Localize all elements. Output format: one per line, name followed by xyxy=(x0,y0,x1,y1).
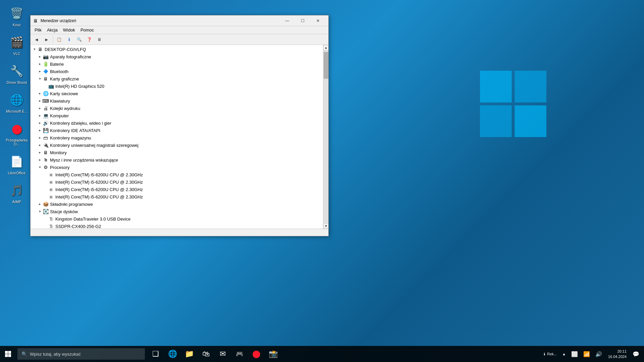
taskbar-icon-mail[interactable]: ✉ xyxy=(215,346,231,362)
taskbar-icon-store[interactable]: 🛍 xyxy=(198,346,214,362)
tree-item-stacje[interactable]: ▼ 💽 Stacje dysków xyxy=(31,208,323,215)
baterie-label: Baterie xyxy=(50,62,64,67)
tree-item-kontrolery-magazynu[interactable]: ► 🗃 Kontrolery magazynu xyxy=(31,134,323,141)
close-button[interactable]: ✕ xyxy=(310,15,326,26)
tray-notification-button[interactable]: 💬 xyxy=(631,346,641,362)
taskbar-icon-camera[interactable]: 📸 xyxy=(265,346,281,362)
tree-item-bluetooth[interactable]: ► 🔷 Bluetooth xyxy=(31,68,323,75)
properties-button[interactable]: 📋 xyxy=(54,35,64,44)
desktop-icon-area: 🗑️ Kosz 🎬 VLC 🔧 Driver Boost 🌐 Microsoft… xyxy=(0,0,34,209)
skladniki-arrow: ► xyxy=(37,201,43,207)
root-label: DESKTOP-CGIVLFQ xyxy=(45,47,86,52)
start-button[interactable] xyxy=(0,346,16,362)
maximize-button[interactable]: ☐ xyxy=(295,15,310,26)
taskbar-icon-game[interactable]: 🎮 xyxy=(231,346,248,362)
driver-boost-icon: 🔧 xyxy=(9,63,25,79)
back-button[interactable]: ◄ xyxy=(32,35,41,44)
aparaty-label: Aparaty fotograficzne xyxy=(50,54,91,59)
taskbar-search-box[interactable]: 🔍 Wpisz tutaj, aby wyszukać xyxy=(17,348,145,360)
thermometer-icon: 🌡 xyxy=(543,352,546,356)
scrollbar-track[interactable] xyxy=(323,50,328,223)
tree-item-intel-hd[interactable]: ► 📺 Intel(R) HD Graphics 520 xyxy=(31,82,323,90)
taskbar-icon-taskview[interactable]: ❑ xyxy=(148,346,164,362)
cpu4-label: Intel(R) Core(TM) i5-6200U CPU @ 2.30GHz xyxy=(55,194,143,199)
menu-widok[interactable]: Widok xyxy=(60,26,78,34)
tray-time: 20:11 xyxy=(608,349,627,354)
taskbar: 🔍 Wpisz tutaj, aby wyszukać ❑ 🌐 📁 🛍 ✉ 🎮 … xyxy=(0,346,644,362)
desktop-icon-vlc[interactable]: 🎬 VLC xyxy=(3,32,30,58)
taskbar-icon-opera[interactable]: ⬤ xyxy=(248,346,264,362)
aparaty-arrow: ► xyxy=(37,54,43,59)
tree-item-procesory[interactable]: ▼ ⚙ Procesory xyxy=(31,164,323,171)
tree-item-baterie[interactable]: ► 🔋 Baterie xyxy=(31,60,323,68)
procesory-arrow: ▼ xyxy=(37,165,43,170)
tree-item-mysz[interactable]: ► 🖱 Mysz i inne urządzenia wskazujące xyxy=(31,156,323,164)
tray-volume-icon[interactable]: 🔊 xyxy=(593,346,604,362)
update-driver-button[interactable]: ℹ xyxy=(64,35,74,44)
menu-plik[interactable]: Plik xyxy=(32,26,44,34)
tray-wifi-icon[interactable]: 📶 xyxy=(581,346,592,362)
tree-item-cpu3[interactable]: ► ▣ Intel(R) Core(TM) i5-6200U CPU @ 2.3… xyxy=(31,186,323,193)
kontrolery-dzwieku-icon: 🔊 xyxy=(43,120,49,126)
tree-item-kontrolery-dzwieku[interactable]: ► 🔊 Kontrolery dźwięku, wideo i gier xyxy=(31,119,323,127)
tree-item-komputer[interactable]: ► 💻 Komputer xyxy=(31,112,323,119)
scrollbar-down-button[interactable]: ▼ xyxy=(323,223,328,229)
toolbar-separator-1 xyxy=(53,36,53,43)
stacje-arrow: ▼ xyxy=(37,209,43,214)
cpu1-icon: ▣ xyxy=(48,172,54,178)
taskbar-search-placeholder: Wpisz tutaj, aby wyszukać xyxy=(30,352,81,357)
tree-item-kontrolery-ide[interactable]: ► 💾 Kontrolery IDE ATA/ATAPI xyxy=(31,127,323,134)
scrollbar[interactable]: ▲ ▼ xyxy=(323,45,328,229)
desktop-icon-opera[interactable]: ⬤ Przeglądarka O... xyxy=(3,119,30,148)
desktop-icon-libreoffice[interactable]: 📄 LibreOffice xyxy=(3,152,30,177)
tree-item-karty-graficzne[interactable]: ▼ 🖥 Karty graficzne xyxy=(31,75,323,82)
menu-pomoc[interactable]: Pomoc xyxy=(78,26,97,34)
cpu2-label: Intel(R) Core(TM) i5-6200U CPU @ 2.30GHz xyxy=(55,180,143,185)
desktop-icon-recycle-bin[interactable]: 🗑️ Kosz xyxy=(3,3,30,29)
recycle-bin-icon: 🗑️ xyxy=(9,5,25,21)
tree-item-klawiatury[interactable]: ► ⌨ Klawiatury xyxy=(31,97,323,105)
taskbar-icon-edge[interactable]: 🌐 xyxy=(164,346,180,362)
tree-item-aparaty[interactable]: ► 📷 Aparaty fotograficzne xyxy=(31,53,323,60)
tree-item-skladniki[interactable]: ► 📦 Składniki programowe xyxy=(31,200,323,208)
cpu3-label: Intel(R) Core(TM) i5-6200U CPU @ 2.30GHz xyxy=(55,187,143,192)
computer-view-button[interactable]: 🖥 xyxy=(95,35,104,44)
tree-item-cpu4[interactable]: ► ▣ Intel(R) Core(TM) i5-6200U CPU @ 2.3… xyxy=(31,193,323,200)
tree-item-ssdpr[interactable]: ► 🗜 SSDPR-CX400-256-G2 xyxy=(31,223,323,229)
tree-item-kontrolery-usb[interactable]: ► 🔌 Kontrolery uniwersalnej magistrali s… xyxy=(31,141,323,149)
klawiatury-icon: ⌨ xyxy=(43,98,49,104)
skladniki-icon: 📦 xyxy=(43,201,49,207)
tray-clock[interactable]: 20:11 16.04.2024 xyxy=(605,349,629,360)
monitory-label: Monitory xyxy=(50,150,67,155)
bluetooth-icon: 🔷 xyxy=(43,68,49,74)
desktop-icon-edge[interactable]: 🌐 Microsoft E... xyxy=(3,90,30,115)
tree-item-karty-sieciowe[interactable]: ► 🌐 Karty sieciowe xyxy=(31,90,323,97)
kontrolery-dzwieku-arrow: ► xyxy=(37,120,43,126)
help-button[interactable]: ❓ xyxy=(85,35,94,44)
tree-item-cpu1[interactable]: ► ▣ Intel(R) Core(TM) i5-6200U CPU @ 2.3… xyxy=(31,171,323,178)
taskbar-icon-explorer[interactable]: 📁 xyxy=(181,346,197,362)
desktop-icon-driver-boost[interactable]: 🔧 Driver Boost xyxy=(3,61,30,86)
minimize-button[interactable]: — xyxy=(279,15,295,26)
kolejki-label: Kolejki wydruku xyxy=(50,106,80,111)
scrollbar-up-button[interactable]: ▲ xyxy=(323,45,328,50)
forward-button[interactable]: ► xyxy=(42,35,51,44)
tree-item-monitory[interactable]: ► 🖥 Monitory xyxy=(31,149,323,156)
root-icon: 🖥 xyxy=(37,46,43,52)
tray-temperature[interactable]: 🌡 Rek... xyxy=(541,346,559,362)
tree-item-kingston[interactable]: ► 🗜 Kingston DataTraveler 3.0 USB Device xyxy=(31,215,323,223)
stacje-icon: 💽 xyxy=(43,208,49,215)
kontrolery-dzwieku-label: Kontrolery dźwięku, wideo i gier xyxy=(50,121,111,126)
scan-button[interactable]: 🔍 xyxy=(74,35,84,44)
scrollbar-thumb[interactable] xyxy=(324,52,328,79)
desktop-icon-aimp[interactable]: 🎵 AIMP xyxy=(3,180,30,206)
mysz-arrow: ► xyxy=(37,157,43,163)
menu-akcja[interactable]: Akcja xyxy=(44,26,60,34)
tree-item-kolejki-wydruku[interactable]: ► 🖨 Kolejki wydruku xyxy=(31,105,323,112)
tray-tablet-icon[interactable]: ⬜ xyxy=(569,346,580,362)
tree-view[interactable]: ▼ 🖥 DESKTOP-CGIVLFQ ► 📷 Aparaty fotograf… xyxy=(31,45,323,229)
tree-item-cpu2[interactable]: ► ▣ Intel(R) Core(TM) i5-6200U CPU @ 2.3… xyxy=(31,178,323,186)
tree-root[interactable]: ▼ 🖥 DESKTOP-CGIVLFQ xyxy=(31,46,323,53)
statusbar xyxy=(31,229,328,236)
tray-expand[interactable]: ▲ xyxy=(560,346,568,362)
